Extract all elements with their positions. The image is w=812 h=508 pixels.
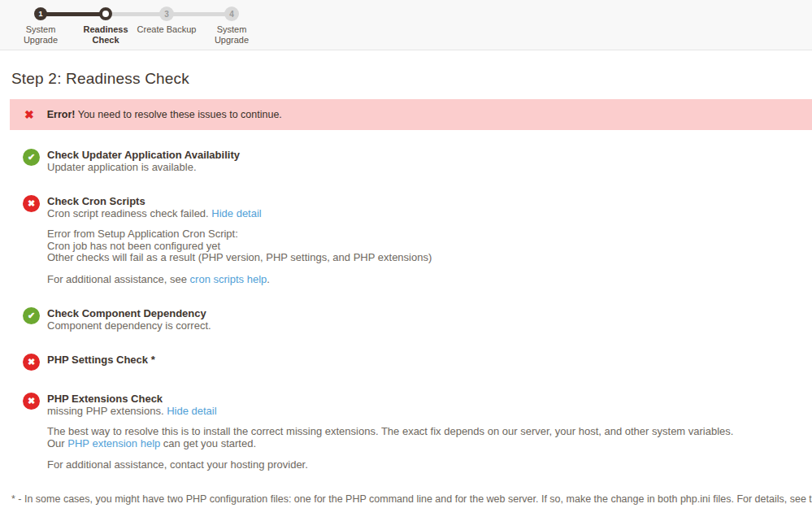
step-1-number: 1	[38, 10, 42, 18]
check-description: missing PHP extensions. Hide detail	[47, 405, 733, 417]
check-glyph: ✖	[28, 396, 35, 406]
hide-detail-link[interactable]: Hide detail	[211, 207, 261, 219]
progress-segment-upcoming	[106, 12, 167, 16]
step-3-number: 3	[164, 10, 169, 19]
check-title: PHP Extensions Check	[47, 393, 733, 405]
check-description: Component dependency is correct.	[47, 319, 211, 332]
readiness-check-content: Step 2: Readiness Check ✖ Error! You nee…	[0, 68, 812, 505]
check-title: PHP Settings Check *	[47, 354, 155, 366]
check-description: Updater application is available.	[47, 161, 240, 173]
error-banner: ✖ Error! You need to resolve these issue…	[10, 99, 812, 130]
check-cron-scripts: ✖ Check Cron Scripts Cron script readine…	[23, 195, 812, 285]
step-3-label: Create Backup	[130, 24, 203, 35]
check-glyph: ✖	[28, 198, 35, 209]
detail-line: The best way to resolve this is to insta…	[47, 426, 733, 438]
error-cross-icon: ✖	[23, 393, 40, 410]
check-php-settings: ✖ PHP Settings Check *	[23, 354, 812, 371]
detail-line: Cron job has not been configured yet	[47, 241, 432, 253]
step-4-indicator: 4	[224, 7, 239, 21]
progress-segment-complete	[41, 12, 106, 16]
success-check-icon: ✔	[23, 307, 40, 324]
detail-line: Our PHP extension help can get you start…	[47, 438, 733, 450]
step-3-indicator: 3	[159, 7, 174, 21]
detail-line: Other checks will fail as a result (PHP …	[47, 252, 432, 264]
footnote-text: * - In some cases, you might have two PH…	[11, 493, 812, 505]
check-glyph: ✔	[28, 152, 35, 163]
step-2-indicator	[99, 7, 112, 20]
detail-prefix: Our	[47, 437, 67, 449]
php-ini-footnote: * - In some cases, you might have two PH…	[11, 493, 812, 505]
help-suffix: .	[267, 273, 270, 285]
step-1-label: System Upgrade	[16, 24, 65, 45]
php-extension-help-link[interactable]: PHP extension help	[67, 437, 160, 449]
check-component-dependency: ✔ Check Component Dependency Component d…	[23, 307, 812, 332]
error-banner-bold: Error!	[47, 109, 76, 120]
php-extensions-details: The best way to resolve this is to insta…	[47, 426, 733, 449]
help-prefix: For additional assistance, see	[47, 273, 190, 285]
detail-suffix: can get you started.	[160, 437, 256, 449]
cron-error-details: Error from Setup Application Cron Script…	[47, 228, 432, 264]
step-2-label: Readiness Check	[81, 24, 130, 45]
step-4-label: System Upgrade	[207, 24, 256, 45]
check-description: Cron script readiness check failed. Hide…	[47, 207, 432, 219]
page-title: Step 2: Readiness Check	[11, 68, 812, 89]
error-banner-text: You need to resolve these issues to cont…	[75, 109, 281, 120]
wizard-progress-bar: 1 3 4 System Upgrade Readiness Check Cre…	[0, 0, 812, 50]
hide-detail-link[interactable]: Hide detail	[167, 405, 216, 417]
error-banner-message: Error! You need to resolve these issues …	[47, 109, 282, 120]
success-check-icon: ✔	[23, 149, 40, 166]
check-title: Check Cron Scripts	[47, 195, 432, 207]
error-x-icon: ✖	[24, 108, 34, 121]
progress-segment-upcoming	[167, 12, 232, 16]
readiness-checks-list: ✔ Check Updater Application Availability…	[23, 149, 812, 471]
check-title: Check Component Dependency	[47, 307, 211, 319]
step-1-indicator: 1	[34, 7, 47, 20]
step-4-number: 4	[229, 10, 234, 19]
error-cross-icon: ✖	[23, 195, 40, 212]
detail-line: Error from Setup Application Cron Script…	[47, 228, 432, 241]
check-description-text: Cron script readiness check failed.	[47, 207, 211, 219]
error-cross-icon: ✖	[23, 354, 40, 371]
cron-scripts-help-link[interactable]: cron scripts help	[190, 273, 267, 285]
check-updater-availability: ✔ Check Updater Application Availability…	[23, 149, 812, 173]
cron-help-line: For additional assistance, see cron scri…	[47, 274, 432, 286]
check-description-text: missing PHP extensions.	[47, 405, 167, 417]
check-glyph: ✖	[28, 357, 35, 367]
check-php-extensions: ✖ PHP Extensions Check missing PHP exten…	[23, 393, 812, 471]
php-extensions-help-line: For additional assistance, contact your …	[47, 459, 733, 471]
check-title: Check Updater Application Availability	[47, 149, 240, 161]
check-glyph: ✔	[28, 310, 35, 321]
